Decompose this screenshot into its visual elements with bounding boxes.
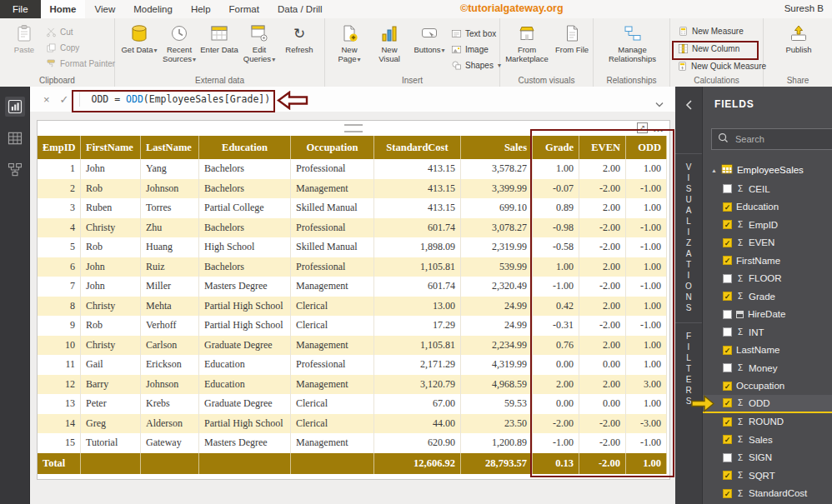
field-checkbox-unchecked[interactable] (723, 327, 732, 337)
collapse-panel-button[interactable] (675, 87, 702, 123)
field-checkbox-checked[interactable]: ✓ (723, 489, 732, 498)
enter-data-button[interactable]: Enter Data (200, 22, 238, 64)
field-search-box[interactable] (711, 128, 832, 150)
from-marketplace-button[interactable]: From Marketplace (505, 22, 549, 63)
field-checkbox-checked[interactable]: ✓ (723, 238, 732, 247)
visual-drag-grip-icon[interactable] (344, 124, 363, 132)
column-header-lastname[interactable]: LastName (141, 136, 199, 159)
field-item-floor[interactable]: ΣFLOOR (703, 270, 832, 288)
field-checkbox-checked[interactable]: ✓ (723, 220, 732, 229)
model-view-button[interactable] (5, 160, 25, 180)
field-item-occupation[interactable]: ✓Occupation (703, 377, 832, 396)
paste-button[interactable]: Paste (5, 22, 43, 70)
column-header-empid[interactable]: EmpID▲ (38, 136, 81, 159)
column-header-occupation[interactable]: Occupation (291, 136, 374, 159)
cut-button[interactable]: Cut (45, 26, 115, 38)
field-item-round[interactable]: ✓ΣROUND (703, 413, 832, 432)
report-canvas[interactable]: ↗ … EmpID▲FirstNameLastNameEducationOccu… (30, 112, 675, 504)
data-view-button[interactable] (5, 128, 25, 148)
table-row[interactable]: 4ChristyZhuBachelorsProfessional601.743,… (38, 218, 668, 238)
field-checkbox-checked[interactable]: ✓ (723, 417, 732, 427)
from-file-button[interactable]: From File (550, 22, 594, 63)
image-button[interactable]: Image (450, 43, 501, 56)
tab-file[interactable]: File (0, 0, 41, 18)
get-data-button[interactable]: Get Data▾ (120, 22, 158, 64)
report-view-button[interactable] (5, 97, 25, 117)
tab-view[interactable]: View (85, 0, 124, 18)
tab-help[interactable]: Help (182, 0, 220, 18)
field-item-education[interactable]: ✓Education (703, 198, 832, 217)
table-row[interactable]: 15TutorialGatewayMasters DegreeManagemen… (38, 433, 668, 453)
field-checkbox-unchecked[interactable] (723, 363, 732, 372)
table-row[interactable]: 14GregAldersonPartial High SchoolClerica… (38, 414, 668, 434)
buttons-button[interactable]: Buttons▾ (410, 22, 449, 72)
text-box-button[interactable]: Text box (450, 27, 501, 40)
field-checkbox-checked[interactable]: ✓ (723, 435, 732, 444)
table-row[interactable]: 2RobJohnsonBachelorsManagement413.153,39… (38, 179, 668, 199)
field-item-sign[interactable]: ΣSIGN (703, 449, 832, 467)
tab-data-drill[interactable]: Data / Drill (268, 0, 332, 18)
edit-queries-button[interactable]: Edit Queries▾ (240, 22, 278, 64)
more-options-icon[interactable]: … (653, 122, 664, 134)
expand-formula-button[interactable] (655, 96, 664, 111)
new-page-button[interactable]: New Page▾ (330, 22, 368, 72)
recent-sources-button[interactable]: Recent Sources▾ (160, 22, 198, 64)
field-checkbox-checked[interactable]: ✓ (723, 292, 732, 301)
field-checkbox-unchecked[interactable] (723, 274, 732, 283)
field-item-odd[interactable]: ✓ΣODD (703, 395, 832, 413)
field-checkbox-unchecked[interactable] (723, 453, 732, 462)
field-item-standardcost[interactable]: ✓ΣStandardCost (703, 485, 832, 503)
column-header-odd[interactable]: ODD (626, 136, 667, 159)
table-row[interactable]: 11GailEricksonEducationProfessional2,171… (38, 355, 668, 375)
table-row[interactable]: 13PeterKrebsGraduate DegreeClerical67.00… (38, 394, 668, 414)
field-item-lastname[interactable]: ✓LastName (703, 342, 832, 360)
refresh-button[interactable]: ↻ Refresh (280, 22, 318, 64)
table-row[interactable]: 1JohnYangBachelorsProfessional413.153,57… (38, 159, 668, 179)
table-row[interactable]: 12BarryJohnsonEducationManagement3,120.7… (38, 375, 668, 395)
new-quick-measure-button[interactable]: New Quick Measure (677, 60, 763, 72)
field-checkbox-checked[interactable]: ✓ (723, 202, 732, 212)
field-item-grade[interactable]: ✓ΣGrade (703, 287, 832, 306)
tab-modeling[interactable]: Modeling (124, 0, 182, 18)
search-input[interactable] (734, 133, 832, 145)
field-item-empid[interactable]: ✓ΣEmpID (703, 216, 832, 234)
field-checkbox-checked[interactable]: ✓ (723, 471, 732, 480)
publish-button[interactable]: Publish (779, 22, 818, 55)
field-item-int[interactable]: ΣINT (703, 323, 832, 342)
column-header-even[interactable]: EVEN (579, 136, 626, 159)
tab-format[interactable]: Format (220, 0, 268, 18)
column-header-firstname[interactable]: FirstName (81, 136, 141, 159)
manage-relationships-button[interactable]: Manage Relationships (598, 22, 668, 63)
fields-table-employeesales[interactable]: ▲ EmployeeSales (703, 160, 832, 180)
table-row[interactable]: 9RobVerhoffPartial High SchoolClerical17… (38, 316, 668, 336)
field-checkbox-unchecked[interactable] (723, 310, 732, 319)
cancel-formula-button[interactable]: × (43, 94, 50, 105)
field-checkbox-checked[interactable]: ✓ (723, 382, 732, 391)
field-checkbox-checked[interactable]: ✓ (723, 398, 732, 407)
field-checkbox-checked[interactable]: ✓ (723, 256, 732, 265)
field-checkbox-checked[interactable]: ✓ (723, 346, 732, 355)
copy-button[interactable]: Copy (45, 42, 115, 54)
tab-home[interactable]: Home (41, 0, 86, 18)
table-row[interactable]: 7JohnMillerMasters DegreeManagement601.7… (38, 277, 668, 297)
field-item-ceil[interactable]: ΣCEIL (703, 180, 832, 198)
new-column-button[interactable]: New Column (677, 42, 763, 55)
field-item-sales[interactable]: ✓ΣSales (703, 431, 832, 449)
field-item-sqrt[interactable]: ✓ΣSQRT (703, 467, 832, 485)
formula-input[interactable]: ODD = ODD(EmployeeSales[Grade]) (80, 93, 271, 105)
field-checkbox-unchecked[interactable] (723, 184, 732, 193)
field-item-firstname[interactable]: ✓FirstName (703, 252, 832, 270)
table-row[interactable]: 8ChristyMehtaPartial High SchoolClerical… (38, 297, 668, 317)
field-item-money[interactable]: ΣMoney (703, 359, 832, 377)
column-header-education[interactable]: Education (199, 136, 291, 159)
visualizations-panel-toggle[interactable]: VISUALIZATIONS (675, 153, 702, 322)
table-visual[interactable]: ↗ … EmpID▲FirstNameLastNameEducationOccu… (37, 120, 670, 480)
table-row[interactable]: 6JohnRuizBachelorsProfessional1,105.8153… (38, 257, 668, 277)
commit-formula-button[interactable]: ✓ (60, 94, 69, 105)
field-item-even[interactable]: ✓ΣEVEN (703, 234, 832, 252)
table-row[interactable]: 3RubenTorresPartial CollegeSkilled Manua… (38, 198, 668, 218)
focus-mode-icon[interactable]: ↗ (637, 122, 648, 133)
shapes-button[interactable]: Shapes▾ (450, 59, 501, 72)
expand-toggle-icon[interactable]: ▲ (711, 167, 717, 172)
new-measure-button[interactable]: New Measure (677, 25, 763, 37)
